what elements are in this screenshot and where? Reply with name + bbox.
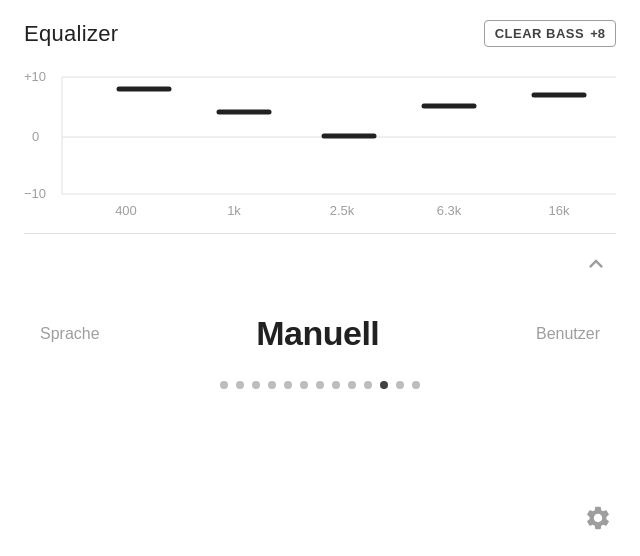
svg-text:−10: −10 [24,186,46,201]
nav-left-label[interactable]: Sprache [40,325,100,343]
preset-value: +8 [590,26,605,41]
page-indicators [0,373,640,405]
collapse-button[interactable] [576,244,616,284]
dot-2[interactable] [236,381,244,389]
svg-text:16k: 16k [549,203,570,218]
svg-text:6.3k: 6.3k [437,203,462,218]
preset-name: CLEAR BASS [495,26,585,41]
svg-text:0: 0 [32,129,39,144]
header-row: Equalizer CLEAR BASS +8 [24,20,616,47]
nav-right-label[interactable]: Benutzer [536,325,600,343]
dot-1[interactable] [220,381,228,389]
eq-chart[interactable]: +10 0 −10 400 1k [24,63,616,223]
dot-12[interactable] [396,381,404,389]
dot-6[interactable] [300,381,308,389]
dot-4[interactable] [268,381,276,389]
svg-text:1k: 1k [227,203,241,218]
svg-text:+10: +10 [24,69,46,84]
dot-11-active[interactable] [380,381,388,389]
dot-5[interactable] [284,381,292,389]
dot-13[interactable] [412,381,420,389]
bottom-navigation: Sprache Manuell Benutzer [0,294,640,373]
eq-chart-container[interactable]: +10 0 −10 400 1k [24,63,616,223]
collapse-row [0,234,640,294]
svg-text:400: 400 [115,203,137,218]
dot-7[interactable] [316,381,324,389]
preset-badge[interactable]: CLEAR BASS +8 [484,20,616,47]
dot-3[interactable] [252,381,260,389]
dot-8[interactable] [332,381,340,389]
svg-text:2.5k: 2.5k [330,203,355,218]
page-title: Equalizer [24,21,118,47]
dot-10[interactable] [364,381,372,389]
gear-icon [584,504,612,532]
top-section: Equalizer CLEAR BASS +8 +10 0 −10 [0,0,640,233]
nav-center-label[interactable]: Manuell [256,314,379,353]
dot-9[interactable] [348,381,356,389]
settings-button[interactable] [580,500,616,536]
